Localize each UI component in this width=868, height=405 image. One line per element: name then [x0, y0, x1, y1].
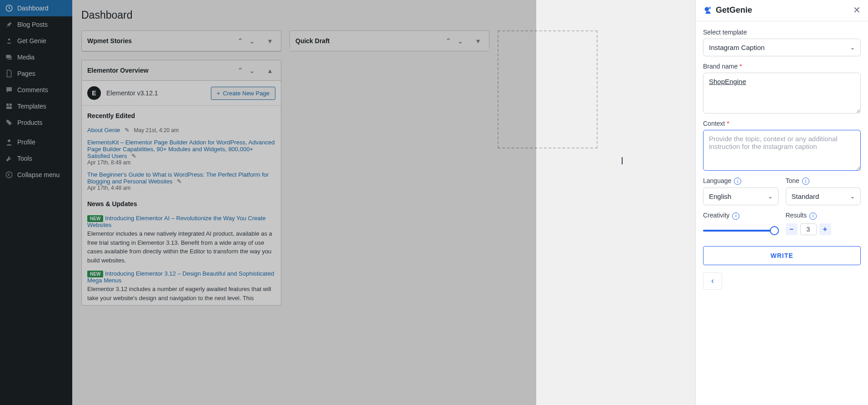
sidebar-item-profile[interactable]: Profile — [0, 134, 72, 150]
select-template-label: Select template — [703, 29, 861, 36]
sidebar-item-label: Pages — [17, 70, 35, 77]
svg-point-9 — [708, 7, 711, 10]
templates-icon — [5, 102, 14, 111]
creativity-label: Creativityi — [703, 212, 778, 219]
info-icon[interactable]: i — [734, 178, 741, 185]
context-label: Context * — [703, 120, 861, 127]
getgenie-panel: GetGenie ✕ Select template Instagram Cap… — [695, 0, 868, 405]
panel-wpmet: Wpmet Stories ⌃ ⌄ ▾ — [81, 30, 281, 52]
recent-item: The Beginner's Guide to What is WordPres… — [82, 168, 281, 194]
recent-item: ElementsKit – Elementor Page Builder Add… — [82, 136, 281, 168]
sidebar-item-label: Templates — [17, 103, 46, 110]
svg-rect-4 — [10, 104, 12, 106]
panel-collapse-icon[interactable]: ▴ — [264, 65, 275, 76]
svg-point-6 — [8, 139, 10, 142]
genie-icon — [5, 36, 14, 45]
sidebar-item-label: Tools — [17, 155, 32, 162]
results-decrement-button[interactable]: − — [786, 223, 798, 235]
edit-icon[interactable]: ✎ — [129, 153, 139, 159]
news-link[interactable]: Introducing Elementor AI – Revolutionize… — [87, 215, 266, 228]
sidebar-item-products[interactable]: Products — [0, 114, 72, 131]
chevron-down-icon: ⌄ — [850, 193, 855, 200]
panel-down-icon[interactable]: ⌄ — [454, 35, 465, 46]
slider-thumb[interactable] — [770, 226, 779, 235]
comments-icon — [5, 85, 14, 94]
news-updates-title: News & Updates — [87, 200, 275, 207]
recent-item: About Genie ✎ May 21st, 4:20 am — [82, 124, 281, 136]
sidebar-item-label: Dashboard — [17, 5, 49, 12]
results-value[interactable]: 3 — [800, 223, 817, 235]
dashboard-icon — [5, 4, 14, 13]
sidebar-item-getgenie[interactable]: Get Genie — [0, 33, 72, 49]
sidebar-item-dashboard[interactable]: Dashboard — [0, 0, 72, 16]
panel-up-icon[interactable]: ⌃ — [443, 35, 454, 46]
news-link[interactable]: Introducing Elementor 3.12 – Design Beau… — [87, 270, 274, 284]
panel-title: Quick Draft — [295, 37, 329, 44]
panel-toggle-icon[interactable]: ▾ — [473, 35, 484, 46]
sidebar-item-label: Media — [17, 54, 35, 61]
results-increment-button[interactable]: + — [819, 223, 831, 235]
new-badge: NEW — [87, 271, 103, 277]
svg-point-1 — [8, 39, 10, 41]
sidebar-item-blogposts[interactable]: Blog Posts — [0, 16, 72, 33]
sidebar-item-pages[interactable]: Pages — [0, 65, 72, 82]
news-desc: Elementor 3.12 includes a number of eage… — [87, 285, 275, 302]
panel-toggle-icon[interactable]: ▾ — [264, 35, 275, 46]
context-input[interactable] — [703, 130, 861, 171]
sidebar-item-label: Products — [17, 119, 42, 126]
media-icon — [5, 53, 14, 62]
text-cursor — [622, 157, 623, 164]
create-new-page-button[interactable]: + Create New Page — [211, 87, 275, 100]
pin-icon — [5, 20, 14, 29]
svg-rect-3 — [6, 104, 9, 106]
elementor-version: Elementor v3.12.1 — [106, 89, 158, 97]
sidebar-item-label: Collapse menu — [17, 171, 60, 178]
panel-title: Elementor Overview — [87, 67, 149, 74]
sidebar-item-templates[interactable]: Templates — [0, 98, 72, 114]
profile-icon — [5, 138, 14, 147]
language-select[interactable]: English⌄ — [703, 188, 778, 205]
info-icon[interactable]: i — [732, 212, 739, 220]
elementor-logo-icon: E — [87, 86, 101, 100]
recent-link[interactable]: ElementsKit – Elementor Page Builder Add… — [87, 139, 274, 159]
products-icon — [5, 118, 14, 127]
svg-point-8 — [705, 7, 709, 11]
recent-link[interactable]: About Genie — [87, 127, 120, 133]
admin-sidebar: Dashboard Blog Posts Get Genie Media Pag… — [0, 0, 72, 405]
panel-down-icon[interactable]: ⌄ — [246, 65, 257, 76]
sidebar-item-comments[interactable]: Comments — [0, 82, 72, 98]
new-badge: NEW — [87, 215, 103, 222]
template-select[interactable]: Instagram Caption ⌄ — [703, 39, 861, 56]
chevron-down-icon: ⌄ — [850, 44, 855, 51]
info-icon[interactable]: i — [802, 178, 809, 185]
news-item: NEW Introducing Elementor AI – Revolutio… — [82, 212, 281, 267]
panel-down-icon[interactable]: ⌄ — [246, 35, 257, 46]
creativity-slider[interactable] — [703, 226, 778, 235]
sidebar-item-tools[interactable]: Tools — [0, 150, 72, 167]
close-icon[interactable]: ✕ — [853, 5, 861, 15]
edit-icon[interactable]: ✎ — [174, 178, 185, 185]
info-icon[interactable]: i — [809, 212, 817, 220]
plus-icon: + — [217, 90, 220, 97]
chevron-down-icon: ⌄ — [768, 193, 773, 200]
sidebar-item-media[interactable]: Media — [0, 49, 72, 65]
brand-name-input[interactable] — [703, 73, 861, 114]
sidebar-item-collapse[interactable]: Collapse menu — [0, 167, 72, 183]
edit-icon[interactable]: ✎ — [122, 127, 132, 133]
getgenie-logo: GetGenie — [703, 5, 752, 15]
panel-up-icon[interactable]: ⌃ — [234, 65, 245, 76]
tone-label: Tonei — [786, 177, 861, 185]
tools-icon — [5, 154, 14, 163]
news-desc: Elementor includes a new natively integr… — [87, 229, 275, 265]
svg-rect-5 — [6, 107, 12, 109]
write-button[interactable]: WRITE — [703, 246, 861, 265]
panel-up-icon[interactable]: ⌃ — [234, 35, 245, 46]
svg-rect-2 — [6, 55, 11, 59]
panel-title: Wpmet Stories — [87, 37, 132, 44]
recently-edited-title: Recently Edited — [87, 112, 275, 119]
tone-select[interactable]: Standard⌄ — [786, 188, 861, 205]
language-label: Languagei — [703, 177, 778, 185]
collapse-icon — [5, 170, 14, 179]
brand-name-label: Brand name * — [703, 63, 861, 70]
back-button[interactable]: ‹ — [703, 272, 722, 290]
